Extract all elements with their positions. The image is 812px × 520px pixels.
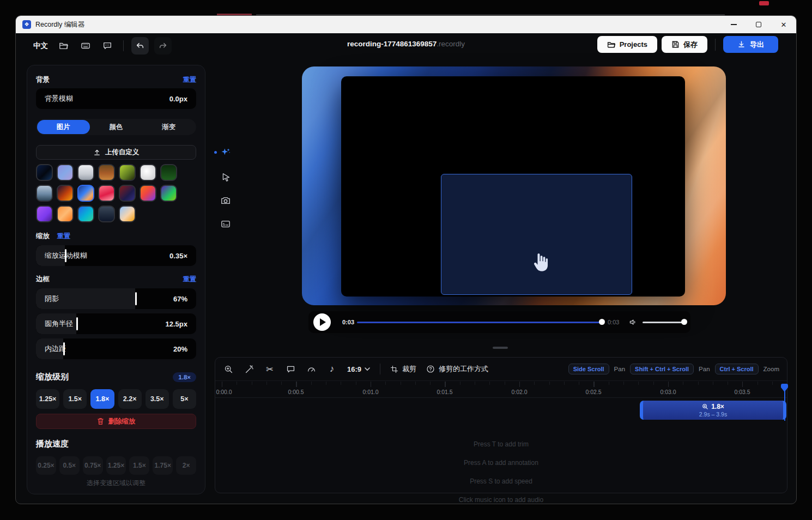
speed-1.75x[interactable]: 1.75× — [153, 456, 173, 475]
maximize-button[interactable] — [746, 16, 771, 33]
background-thumbnail-purple-haze[interactable] — [57, 164, 74, 181]
background-blur-label: 背景模糊 — [45, 94, 73, 104]
zoom-level-2.2x[interactable]: 2.2× — [118, 389, 142, 409]
settings-panel: 背景 重置 背景模糊 0.0px 图片 颜色 渐变 上传自定义 缩放 重置 — [27, 65, 205, 494]
ruler-tick: 0:00.5 — [288, 389, 304, 395]
captions-tool-button[interactable] — [220, 218, 232, 230]
save-button[interactable]: 保存 — [662, 36, 707, 53]
timeline-zoom-icon[interactable] — [223, 364, 234, 374]
projects-folder-icon — [607, 40, 616, 49]
speed-1.5x[interactable]: 1.5× — [129, 456, 149, 475]
magic-wand-icon[interactable] — [244, 364, 254, 374]
auto-zoom-tool-button[interactable] — [220, 147, 232, 159]
delete-zoom-button[interactable]: 删除缩放 — [36, 414, 196, 429]
background-thumbnail-lake-mirror[interactable] — [36, 185, 53, 202]
tab-color[interactable]: 颜色 — [90, 120, 143, 134]
close-button[interactable]: ✕ — [771, 16, 796, 33]
zoom-level-3.5x[interactable]: 3.5× — [146, 389, 169, 409]
minimize-button[interactable] — [721, 16, 746, 33]
background-thumbnail-pastel-dawn[interactable] — [119, 205, 136, 222]
zoom-level-1.8x[interactable]: 1.8× — [90, 389, 114, 409]
annotation-icon[interactable] — [285, 364, 296, 374]
divider — [380, 364, 380, 374]
sparkles-icon — [220, 147, 231, 158]
padding-slider[interactable]: 内边距 20% — [36, 338, 196, 359]
speed-0.25x[interactable]: 0.25× — [36, 456, 56, 475]
background-thumbnail-sequoia-blue-orange[interactable] — [77, 185, 94, 202]
speed-0.75x[interactable]: 0.75× — [83, 456, 103, 475]
current-time: 0:03 — [342, 319, 354, 325]
ruler-tick: 0:00.0 — [216, 389, 232, 395]
background-thumbnail-green-violet[interactable] — [160, 185, 177, 202]
background-blur-slider[interactable]: 背景模糊 0.0px — [36, 88, 196, 109]
background-blur-value: 0.0px — [169, 95, 187, 103]
tab-image[interactable]: 图片 — [37, 120, 90, 134]
crop-button[interactable]: 裁剪 — [390, 364, 416, 374]
speed-1.25x[interactable]: 1.25× — [106, 456, 126, 475]
desktop: { "window": { "title": "Recordly 编辑器", "… — [0, 0, 812, 520]
zoom-level-buttons: 1.25× 1.5× 1.8× 2.2× 3.5× 5× — [36, 389, 196, 409]
play-button[interactable] — [313, 313, 331, 331]
trash-icon — [97, 418, 104, 425]
speed-gauge-icon[interactable] — [306, 364, 317, 374]
zoom-level-5x[interactable]: 5× — [173, 389, 196, 409]
background-reset-link[interactable]: 重置 — [183, 75, 196, 84]
background-thumbnail-snow-landscape[interactable] — [77, 164, 94, 181]
chevron-down-icon — [365, 367, 370, 371]
timeline-ruler[interactable]: 0:00.0 0:00.5 0:01.0 0:01.5 0:02.0 0:02.… — [215, 382, 787, 398]
cursor-tool-button[interactable] — [220, 171, 232, 183]
background-thumbnail-blue-cyan[interactable] — [77, 205, 94, 222]
background-thumbnail-purple-gradient[interactable] — [36, 205, 53, 222]
volume-handle[interactable] — [681, 319, 687, 325]
music-icon[interactable]: ♪ — [326, 364, 337, 374]
screenshot-tool-button[interactable] — [220, 195, 232, 207]
zoom-level-1.5x[interactable]: 1.5× — [63, 389, 87, 409]
speed-0.5x[interactable]: 0.5× — [59, 456, 80, 475]
speed-section-header: 播放速度 — [36, 439, 196, 449]
export-button[interactable]: 导出 — [723, 36, 778, 53]
background-thumbnail-green-matrix[interactable] — [160, 164, 177, 181]
background-thumbnail-white-ridges[interactable] — [140, 164, 156, 181]
corner-radius-label: 圆角半径 — [45, 319, 73, 329]
speed-2x[interactable]: 2× — [176, 456, 196, 475]
timeline-panel: ✂ ♪ 16:9 裁剪 修剪的工作 — [215, 357, 787, 493]
zoom-region-overlay[interactable] — [441, 174, 632, 295]
zoom-reset-link[interactable]: 重置 — [57, 232, 70, 241]
video-preview[interactable] — [302, 66, 726, 305]
active-tool-indicator-dot — [214, 151, 217, 154]
zoom-level-1.25x[interactable]: 1.25× — [36, 389, 59, 409]
shortcut-action: Zoom — [763, 366, 779, 372]
background-thumbnail-pink-wave[interactable] — [98, 185, 115, 202]
seek-handle[interactable] — [599, 319, 605, 325]
aspect-ratio-dropdown[interactable]: 16:9 — [347, 365, 370, 373]
seek-bar[interactable] — [357, 322, 602, 323]
scissors-icon[interactable]: ✂ — [264, 364, 275, 374]
volume-icon[interactable] — [629, 318, 638, 329]
trim-help-button[interactable]: 修剪的工作方式 — [426, 364, 488, 374]
zoom-in-icon — [702, 403, 708, 410]
background-thumbnail-dark-abstract[interactable] — [36, 164, 53, 181]
background-thumbnail-lime-abstract[interactable] — [119, 164, 136, 181]
shadow-slider[interactable]: 阴影 67% — [36, 288, 196, 309]
background-thumbnail-ember-flower[interactable] — [57, 185, 74, 202]
background-thumbnail-autumn-forest[interactable] — [98, 164, 115, 181]
volume-slider[interactable] — [643, 322, 685, 323]
background-thumbnail-peach-wave[interactable] — [57, 205, 74, 222]
save-icon — [671, 40, 680, 49]
upload-custom-button[interactable]: 上传自定义 — [36, 145, 196, 160]
background-thumbnail-crimson-night[interactable] — [119, 185, 136, 202]
background-thumbnail-sunset-violet[interactable] — [140, 185, 156, 202]
border-reset-link[interactable]: 重置 — [183, 275, 196, 284]
zoom-motion-blur-slider[interactable]: 缩放运动模糊 0.35× — [36, 245, 196, 266]
timeline-zoom-block[interactable]: 1.8× 2.9s – 3.9s — [640, 401, 786, 420]
projects-button[interactable]: Projects — [597, 36, 657, 53]
border-section-header: 边框 重置 — [36, 275, 196, 284]
shortcut-action: Pan — [614, 366, 625, 372]
cursor-icon — [221, 172, 231, 182]
panel-resize-handle[interactable] — [493, 347, 508, 349]
corner-radius-slider[interactable]: 圆角半径 12.5px — [36, 313, 196, 334]
crop-icon — [390, 365, 398, 373]
background-thumbnail-dark-mountain[interactable] — [98, 205, 115, 222]
shadow-value: 67% — [173, 295, 187, 303]
tab-gradient[interactable]: 渐变 — [142, 120, 195, 134]
